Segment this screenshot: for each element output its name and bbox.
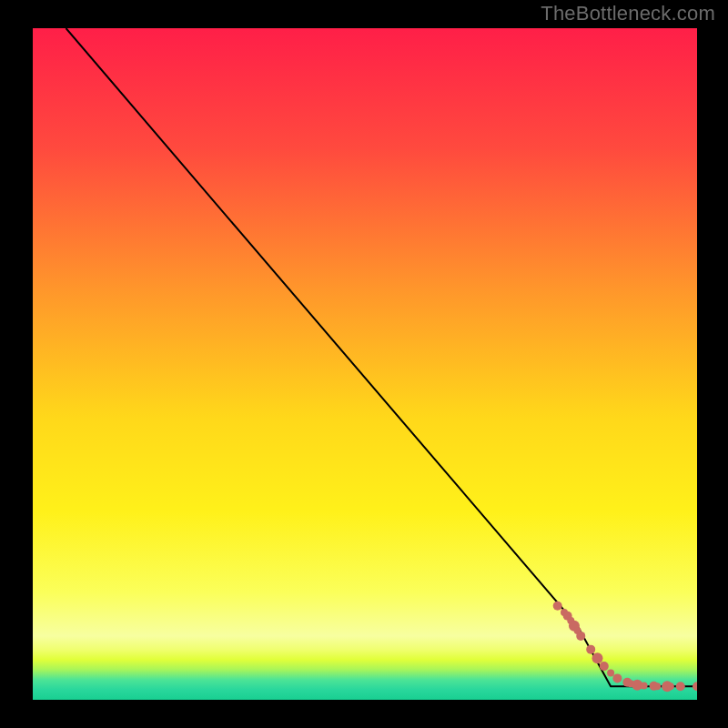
- data-marker: [576, 632, 585, 641]
- watermark-text: TheBottleneck.com: [541, 2, 715, 25]
- data-marker: [653, 682, 661, 690]
- data-marker: [667, 682, 674, 690]
- plot-background-gradient: [33, 28, 697, 700]
- data-marker: [592, 652, 603, 663]
- chart-stage: TheBottleneck.com: [0, 0, 728, 728]
- data-marker: [553, 602, 562, 611]
- data-marker: [641, 682, 648, 690]
- data-marker: [600, 662, 609, 671]
- data-marker: [612, 673, 622, 682]
- data-marker: [676, 682, 685, 691]
- data-marker: [607, 669, 614, 676]
- chart-svg: [0, 0, 728, 728]
- data-marker: [586, 645, 595, 654]
